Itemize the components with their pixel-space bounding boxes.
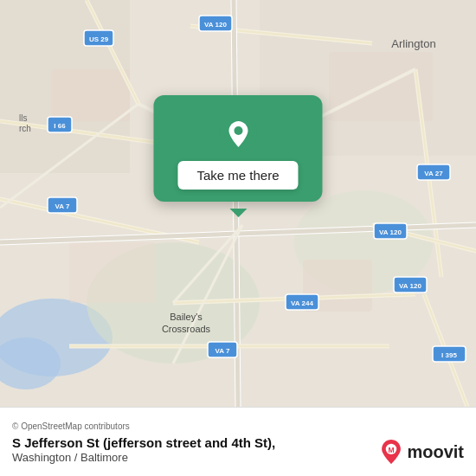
moovit-pin-icon: M	[379, 440, 403, 464]
svg-text:VA 7: VA 7	[215, 347, 230, 355]
svg-point-64	[234, 126, 242, 135]
moovit-text: moovit	[407, 442, 464, 462]
map-attribution: © OpenStreetMap contributors	[12, 421, 464, 431]
svg-text:US 29: US 29	[89, 35, 109, 43]
svg-text:rch: rch	[19, 124, 31, 133]
location-pin-icon	[219, 114, 257, 152]
location-popup: Take me there	[153, 95, 322, 202]
svg-text:I 66: I 66	[54, 122, 66, 130]
bottom-bar: © OpenStreetMap contributors S Jefferson…	[0, 407, 476, 476]
moovit-logo: M moovit	[379, 440, 464, 464]
svg-text:lls: lls	[19, 113, 27, 123]
svg-text:VA 120: VA 120	[399, 282, 421, 290]
svg-text:Crossroads: Crossroads	[162, 324, 211, 334]
take-me-there-button[interactable]: Take me there	[177, 161, 298, 190]
svg-text:VA 7: VA 7	[55, 203, 70, 210]
svg-text:M: M	[389, 446, 395, 454]
svg-rect-10	[69, 242, 156, 303]
svg-text:VA 244: VA 244	[291, 299, 313, 307]
map-background: US 29 VA 120 I 66 VA 27 VA 7 VA 120 VA 2…	[0, 0, 476, 407]
map-container: US 29 VA 120 I 66 VA 27 VA 7 VA 120 VA 2…	[0, 0, 476, 407]
svg-text:VA 120: VA 120	[204, 21, 227, 29]
svg-text:I 395: I 395	[441, 351, 457, 359]
svg-rect-7	[52, 69, 130, 121]
svg-text:VA 120: VA 120	[379, 228, 402, 236]
svg-text:Arlington: Arlington	[391, 37, 435, 50]
svg-text:Bailey's: Bailey's	[170, 312, 203, 322]
svg-text:VA 27: VA 27	[424, 170, 443, 177]
